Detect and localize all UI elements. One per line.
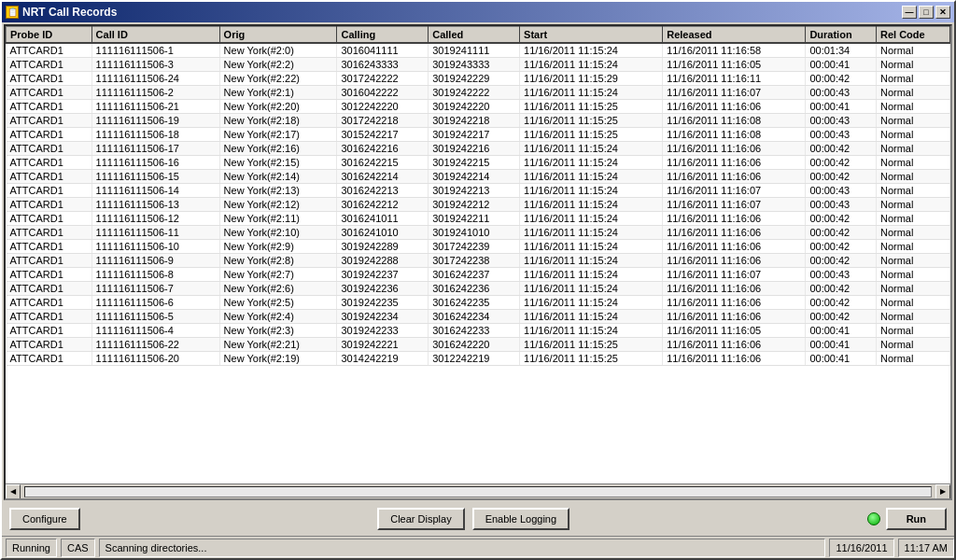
cell-6-7: 00:00:43	[806, 128, 877, 142]
table-scroll-area[interactable]: Probe ID Call ID Orig Calling Called Sta…	[6, 26, 950, 483]
cell-15-7: 00:00:42	[806, 254, 877, 268]
table-row[interactable]: ATTCARD1111116111506-21New York(#2:20)30…	[7, 100, 950, 114]
cell-21-6: 11/16/2011 11:16:06	[663, 338, 806, 352]
table-row[interactable]: ATTCARD1111116111506-1New York(#2:0)3016…	[7, 43, 950, 58]
cell-8-1: 111116111506-16	[91, 156, 219, 170]
cell-0-6: 11/16/2011 11:16:58	[663, 43, 806, 58]
table-row[interactable]: ATTCARD1111116111506-4New York(#2:3)3019…	[7, 324, 950, 338]
cell-11-7: 00:00:43	[806, 198, 877, 212]
table-row[interactable]: ATTCARD1111116111506-5New York(#2:4)3019…	[7, 310, 950, 324]
cell-16-1: 111116111506-8	[91, 268, 219, 282]
cell-19-1: 111116111506-5	[91, 310, 219, 324]
cell-3-1: 111116111506-2	[91, 86, 219, 100]
table-row[interactable]: ATTCARD1111116111506-22New York(#2:21)30…	[7, 338, 950, 352]
cell-7-6: 11/16/2011 11:16:06	[663, 142, 806, 156]
cell-13-5: 11/16/2011 11:15:24	[520, 226, 663, 240]
cell-18-1: 111116111506-6	[91, 296, 219, 310]
table-row[interactable]: ATTCARD1111116111506-7New York(#2:6)3019…	[7, 282, 950, 296]
cell-19-4: 3016242234	[429, 310, 520, 324]
cell-4-8: Normal	[876, 100, 949, 114]
scroll-right-arrow[interactable]: ▶	[935, 484, 950, 499]
col-released: Released	[663, 27, 806, 44]
cell-0-2: New York(#2:0)	[219, 43, 337, 58]
cell-15-5: 11/16/2011 11:15:24	[520, 254, 663, 268]
table-row[interactable]: ATTCARD1111116111506-6New York(#2:5)3019…	[7, 296, 950, 310]
cell-1-3: 3016243333	[337, 58, 429, 72]
cell-22-3: 3014242219	[337, 352, 429, 366]
configure-button[interactable]: Configure	[9, 508, 80, 530]
cell-22-4: 3012242219	[429, 352, 520, 366]
cell-21-2: New York(#2:21)	[219, 338, 337, 352]
cell-1-4: 3019243333	[429, 58, 520, 72]
horizontal-scrollbar[interactable]: ◀ ▶	[6, 483, 950, 498]
cell-13-1: 111116111506-11	[91, 226, 219, 240]
table-row[interactable]: ATTCARD1111116111506-20New York(#2:19)30…	[7, 352, 950, 366]
clear-display-button[interactable]: Clear Display	[377, 508, 464, 530]
cell-16-4: 3016242237	[429, 268, 520, 282]
cell-10-3: 3016242213	[337, 184, 429, 198]
scroll-track[interactable]	[24, 486, 932, 497]
scroll-left-arrow[interactable]: ◀	[6, 484, 21, 499]
cell-21-1: 111116111506-22	[91, 338, 219, 352]
table-row[interactable]: ATTCARD1111116111506-15New York(#2:14)30…	[7, 170, 950, 184]
table-row[interactable]: ATTCARD1111116111506-14New York(#2:13)30…	[7, 184, 950, 198]
cell-4-1: 111116111506-21	[91, 100, 219, 114]
run-area: Run	[867, 508, 947, 530]
cell-17-6: 11/16/2011 11:16:06	[663, 282, 806, 296]
cell-17-3: 3019242236	[337, 282, 429, 296]
minimize-button[interactable]: —	[902, 6, 917, 19]
cell-9-6: 11/16/2011 11:16:06	[663, 170, 806, 184]
table-body: ATTCARD1111116111506-1New York(#2:0)3016…	[7, 43, 950, 366]
cell-14-1: 111116111506-10	[91, 240, 219, 254]
cell-14-2: New York(#2:9)	[219, 240, 337, 254]
cell-3-7: 00:00:43	[806, 86, 877, 100]
table-row[interactable]: ATTCARD1111116111506-10New York(#2:9)301…	[7, 240, 950, 254]
cell-15-1: 111116111506-9	[91, 254, 219, 268]
cell-7-7: 00:00:42	[806, 142, 877, 156]
enable-logging-button[interactable]: Enable Logging	[472, 508, 569, 530]
table-row[interactable]: ATTCARD1111116111506-9New York(#2:8)3019…	[7, 254, 950, 268]
col-call-id: Call ID	[91, 27, 219, 44]
table-row[interactable]: ATTCARD1111116111506-8New York(#2:7)3019…	[7, 268, 950, 282]
status-time: 11:17 AM	[898, 539, 954, 557]
cell-20-8: Normal	[876, 324, 949, 338]
cell-8-0: ATTCARD1	[7, 156, 92, 170]
cell-11-5: 11/16/2011 11:15:24	[520, 198, 663, 212]
cell-9-5: 11/16/2011 11:15:24	[520, 170, 663, 184]
cell-10-7: 00:00:43	[806, 184, 877, 198]
cell-21-7: 00:00:41	[806, 338, 877, 352]
table-row[interactable]: ATTCARD1111116111506-12New York(#2:11)30…	[7, 212, 950, 226]
table-row[interactable]: ATTCARD1111116111506-18New York(#2:17)30…	[7, 128, 950, 142]
table-row[interactable]: ATTCARD1111116111506-2New York(#2:1)3016…	[7, 86, 950, 100]
cell-6-5: 11/16/2011 11:15:25	[520, 128, 663, 142]
cell-0-4: 3019241111	[429, 43, 520, 58]
status-date: 11/16/2011	[829, 539, 893, 557]
run-button[interactable]: Run	[886, 508, 947, 530]
button-bar: Configure Clear Display Enable Logging R…	[2, 502, 954, 536]
maximize-button[interactable]: □	[919, 6, 934, 19]
table-row[interactable]: ATTCARD1111116111506-17New York(#2:16)30…	[7, 142, 950, 156]
cell-11-8: Normal	[876, 198, 949, 212]
table-row[interactable]: ATTCARD1111116111506-19New York(#2:18)30…	[7, 114, 950, 128]
cell-0-3: 3016041111	[337, 43, 429, 58]
table-row[interactable]: ATTCARD1111116111506-13New York(#2:12)30…	[7, 198, 950, 212]
cell-9-2: New York(#2:14)	[219, 170, 337, 184]
app-icon: 📋	[6, 6, 19, 19]
cell-3-2: New York(#2:1)	[219, 86, 337, 100]
cell-2-0: ATTCARD1	[7, 72, 92, 86]
col-called: Called	[429, 27, 520, 44]
cell-2-4: 3019242229	[429, 72, 520, 86]
table-row[interactable]: ATTCARD1111116111506-16New York(#2:15)30…	[7, 156, 950, 170]
col-duration: Duration	[806, 27, 877, 44]
cell-5-5: 11/16/2011 11:15:25	[520, 114, 663, 128]
table-row[interactable]: ATTCARD1111116111506-11New York(#2:10)30…	[7, 226, 950, 240]
cell-19-0: ATTCARD1	[7, 310, 92, 324]
cell-20-4: 3016242233	[429, 324, 520, 338]
table-row[interactable]: ATTCARD1111116111506-3New York(#2:2)3016…	[7, 58, 950, 72]
cell-5-4: 3019242218	[429, 114, 520, 128]
cell-19-6: 11/16/2011 11:16:06	[663, 310, 806, 324]
close-button[interactable]: ✕	[935, 6, 950, 19]
cell-20-7: 00:00:41	[806, 324, 877, 338]
table-row[interactable]: ATTCARD1111116111506-24New York(#2:22)30…	[7, 72, 950, 86]
cell-2-2: New York(#2:22)	[219, 72, 337, 86]
